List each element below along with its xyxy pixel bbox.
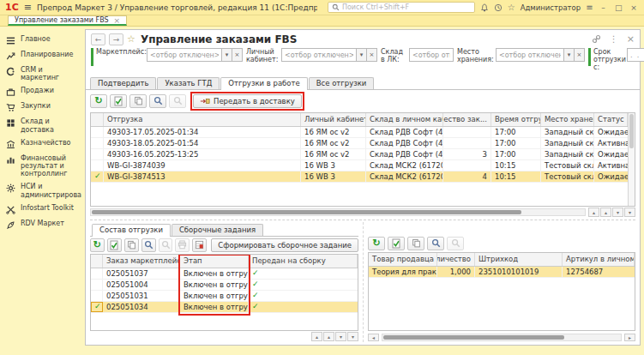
table-row-selected[interactable]: ✓ WB-GI-3874513 16 WB 3 Склад МСК2 (6172… (91, 171, 628, 183)
refresh-button[interactable]: ↻ (90, 94, 107, 108)
col-status-header[interactable]: Статус (594, 113, 628, 126)
sidebar-item-infostart-toolkit[interactable]: Infostart Toolkit (0, 202, 81, 217)
products-copy-button[interactable] (407, 237, 424, 250)
orders-export-button[interactable] (192, 238, 207, 252)
scroll-right-button[interactable]: ▸ (624, 334, 635, 341)
warehouse-lk-filter-input[interactable] (409, 48, 454, 62)
sidebar-item-purchases[interactable]: Закупки (0, 99, 81, 115)
scroll-last-button[interactable]: ▾ (624, 208, 635, 217)
col-shipment-header[interactable]: Отгрузка (104, 113, 301, 126)
tab-shipments-in-progress[interactable]: Отгрузки в работе (220, 77, 307, 90)
sidebar-item-rdv-market[interactable]: RDV Маркет (0, 217, 81, 232)
col-qty-header[interactable]: Количество (437, 253, 475, 266)
storage-dropdown-icon[interactable]: ▾ (564, 48, 575, 62)
products-mark-button[interactable] (388, 237, 405, 250)
scroll-first-button[interactable]: ▴ (588, 208, 599, 217)
col-product-header[interactable]: Товар продавца (369, 253, 437, 266)
transfer-to-delivery-button[interactable]: Передать в доставку (193, 94, 302, 108)
sidebar-item-finance[interactable]: Финансовый результат и контроллинг (0, 152, 81, 181)
col-time-header[interactable]: Время отгрузки (491, 113, 541, 126)
table-row[interactable]: 025051037 Включен в отгрузку ✓ (91, 268, 358, 280)
col-check-header[interactable] (91, 255, 103, 268)
favorites-star-icon[interactable]: ☆ (508, 3, 515, 12)
table-row-selected[interactable]: ✓ 025051034 Включен в отгрузку ✓ (91, 302, 358, 313)
copy-button[interactable] (129, 94, 147, 108)
get-link-icon[interactable] (592, 34, 601, 44)
history-icon[interactable] (494, 3, 503, 12)
back-button[interactable]: ← (91, 33, 105, 45)
notifications-bell-icon[interactable] (480, 3, 489, 12)
storage-clear-icon[interactable]: × (575, 48, 585, 62)
col-storage-header[interactable]: Место хранения (541, 113, 594, 126)
service-menu-icon[interactable]: ≡ (586, 3, 593, 12)
scroll-up-button[interactable]: ▴ (600, 208, 611, 217)
cancel-search-button[interactable] (169, 94, 186, 108)
col-article-header[interactable]: Артикул в личном кабинете (563, 253, 635, 266)
orders-refresh-button[interactable]: ↻ (90, 238, 105, 252)
table-row[interactable]: WB-GI-3874039 16 WB 3 Склад МСК2 (617201… (91, 160, 628, 171)
maximize-button[interactable]: □ (613, 3, 623, 12)
scroll-down-button[interactable]: ▾ (612, 208, 623, 217)
col-stage-header[interactable]: Этап (180, 255, 249, 268)
orders-copy-button[interactable] (124, 238, 139, 252)
scroll-left-button[interactable]: ◂ (368, 334, 379, 341)
scroll-up-button[interactable]: ▴ (323, 332, 334, 341)
mark-page-button[interactable] (110, 94, 127, 108)
horizontal-scrollbar[interactable] (90, 208, 586, 216)
table-row-selected[interactable]: Теория для практиков 1,000 2351010101019… (369, 267, 635, 278)
tab-shipment-contents[interactable]: Состав отгрузки (92, 224, 171, 237)
col-check-header[interactable] (91, 113, 104, 126)
col-warehouse-header[interactable]: Склад в личном каби... (366, 113, 443, 126)
forward-button[interactable]: → (109, 33, 123, 45)
storage-filter-input[interactable] (496, 48, 564, 62)
products-search-button[interactable] (427, 237, 444, 250)
tab-close-icon[interactable]: × (114, 16, 121, 25)
col-cabinet-header[interactable]: Личный кабинет (301, 113, 366, 126)
close-window-button[interactable]: × (629, 3, 639, 12)
vertical-scrollbar[interactable] (628, 113, 635, 206)
col-qty-header[interactable]: Количество зак... (443, 113, 491, 126)
favorite-star-icon[interactable]: ☆ (127, 33, 135, 45)
orders-print-button[interactable] (175, 238, 190, 252)
tab-confirm[interactable]: Подтвердить (90, 77, 156, 89)
cabinet-dropdown-icon[interactable]: ▾ (357, 48, 367, 62)
sidebar-item-main[interactable]: Главное (0, 33, 81, 48)
ship-from-date-input[interactable] (627, 48, 644, 62)
form-assembly-task-button[interactable]: Сформировать сборочное задание (211, 238, 358, 252)
sidebar-item-sales[interactable]: Продажи (0, 84, 81, 99)
minimize-button[interactable]: – (599, 3, 609, 12)
orders-mark-button[interactable] (107, 238, 122, 252)
global-search-input[interactable] (342, 3, 471, 11)
col-order-header[interactable]: Заказ маркетплейса (103, 255, 180, 268)
orders-cancel-search-button[interactable] (159, 238, 173, 252)
col-assembled-header[interactable]: Передан на сборку (249, 255, 358, 268)
search-button[interactable] (149, 94, 166, 108)
sidebar-item-crm[interactable]: CRM и маркетинг (0, 63, 81, 84)
cabinet-clear-icon[interactable]: × (367, 48, 377, 62)
tab-all-shipments[interactable]: Все отгрузки (309, 77, 375, 89)
marketplace-dropdown-icon[interactable]: ▾ (222, 48, 232, 62)
tab-order-management-fbs[interactable]: Управление заказами FBS × (8, 15, 127, 26)
scroll-first-button[interactable]: ▴ (311, 332, 322, 341)
table-row[interactable]: 49303-16.05.2025-13:25 16 ЯМ ос v2 Склад… (91, 149, 628, 160)
marketplace-filter-input[interactable] (147, 48, 222, 62)
table-row[interactable]: 49303-17.05.2025-01:34 16 ЯМ ос v2 Склад… (91, 127, 628, 138)
main-menu-icon[interactable]: ≡ (24, 2, 32, 13)
tab-gtd[interactable]: Указать ГТД (157, 77, 220, 89)
orders-search-button[interactable] (141, 238, 156, 252)
sidebar-item-admin[interactable]: НСИ и администрирование (0, 180, 81, 201)
tab-assembly-tasks[interactable]: Сборочные задания (172, 224, 263, 236)
sidebar-item-treasury[interactable]: Казначейство (0, 136, 81, 152)
more-actions-icon[interactable]: ⋮ (610, 34, 618, 44)
col-barcode-header[interactable]: Штрихкод (475, 253, 563, 266)
close-form-icon[interactable]: × (627, 33, 635, 45)
marketplace-clear-icon[interactable]: × (232, 48, 243, 62)
global-search[interactable] (328, 2, 475, 13)
user-name[interactable]: Администратор (521, 3, 581, 12)
cabinet-filter-input[interactable] (281, 48, 357, 62)
scroll-down-button[interactable]: ▾ (335, 332, 346, 341)
products-refresh-button[interactable]: ↻ (368, 237, 385, 250)
table-row[interactable]: 025051004 Включен в отгрузку ✓ (91, 280, 358, 291)
sidebar-item-warehouse[interactable]: Склад и доставка (0, 115, 81, 135)
scroll-last-button[interactable]: ▾ (347, 332, 358, 341)
